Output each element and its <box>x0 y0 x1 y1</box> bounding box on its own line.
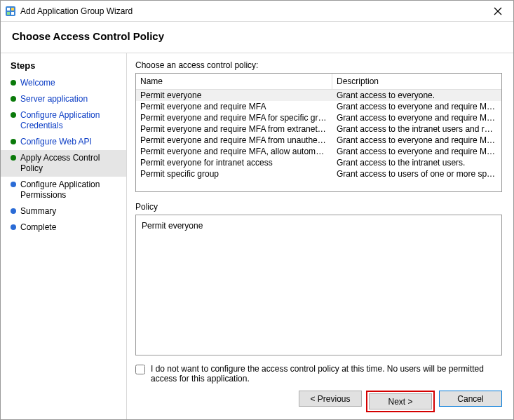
step-complete[interactable]: Complete <box>1 219 126 236</box>
svg-rect-1 <box>7 8 10 11</box>
policy-name: Permit everyone for intranet access <box>136 157 332 168</box>
app-icon <box>5 6 16 17</box>
policy-detail-text: Permit everyone <box>142 221 203 231</box>
next-button[interactable]: Next > <box>369 393 432 409</box>
policy-rows: Permit everyone Grant access to everyone… <box>136 90 501 191</box>
step-label: Configure Application Permissions <box>20 179 119 201</box>
step-dot-icon <box>11 80 16 86</box>
close-button[interactable] <box>482 1 513 21</box>
step-label: Complete <box>20 222 119 233</box>
svg-rect-3 <box>7 12 10 15</box>
step-welcome[interactable]: Welcome <box>1 75 126 91</box>
col-name-header[interactable]: Name <box>136 74 332 89</box>
step-dot-icon <box>11 139 16 144</box>
policy-name: Permit everyone and require MFA, allow a… <box>136 146 332 157</box>
policy-name: Permit everyone and require MFA for spec… <box>136 112 332 123</box>
step-label: Server application <box>20 94 119 104</box>
content: Steps Welcome Server application Configu… <box>1 53 513 419</box>
close-icon <box>494 7 502 15</box>
step-summary[interactable]: Summary <box>1 203 126 219</box>
policy-row[interactable]: Permit everyone and require MFA, allow a… <box>136 146 501 157</box>
cancel-button[interactable]: Cancel <box>439 391 502 407</box>
policy-desc: Grant access to the intranet users. <box>332 157 501 168</box>
step-label: Configure Web API <box>20 137 119 147</box>
policy-desc: Grant access to everyone and require MFA… <box>332 146 501 157</box>
policy-name: Permit specific group <box>136 168 332 179</box>
wizard-window: Add Application Group Wizard Choose Acce… <box>0 0 514 420</box>
policy-detail-label: Policy <box>135 202 502 212</box>
policy-desc: Grant access to everyone and require MFA… <box>332 101 501 112</box>
policy-desc: Grant access to everyone. <box>332 90 501 101</box>
step-dot-icon <box>11 155 16 161</box>
previous-button[interactable]: < Previous <box>299 391 362 407</box>
step-dot-icon <box>11 208 16 214</box>
policy-row[interactable]: Permit everyone and require MFA for spec… <box>136 112 501 123</box>
step-configure-web-api[interactable]: Configure Web API <box>1 134 126 150</box>
choose-policy-label: Choose an access control policy: <box>135 60 502 70</box>
policy-row[interactable]: Permit everyone and require MFA from una… <box>136 135 501 146</box>
step-dot-icon <box>11 112 16 118</box>
svg-rect-2 <box>11 8 14 11</box>
policy-row[interactable]: Permit everyone and require MFA Grant ac… <box>136 101 501 112</box>
policy-name: Permit everyone and require MFA from una… <box>136 135 332 146</box>
step-label: Welcome <box>20 78 119 88</box>
opt-out-row: I do not want to configure the access co… <box>135 364 502 384</box>
policy-desc: Grant access to everyone and require MFA… <box>332 112 501 123</box>
policy-name: Permit everyone <box>136 90 332 101</box>
window-title: Add Application Group Wizard <box>20 6 133 16</box>
policy-name: Permit everyone and require MFA from ext… <box>136 123 332 135</box>
policy-detail-box: Permit everyone <box>135 215 502 355</box>
step-label: Summary <box>20 206 119 217</box>
svg-rect-4 <box>11 12 14 15</box>
policy-desc: Grant access to everyone and require MFA… <box>332 135 501 146</box>
step-server-application[interactable]: Server application <box>1 91 126 107</box>
step-configure-credentials[interactable]: Configure Application Credentials <box>1 107 126 134</box>
next-button-highlight: Next > <box>366 391 435 412</box>
policy-desc: Grant access to the intranet users and r… <box>332 123 501 135</box>
step-dot-icon <box>11 182 16 187</box>
titlebar: Add Application Group Wizard <box>1 1 513 22</box>
steps-sidebar: Steps Welcome Server application Configu… <box>1 53 127 419</box>
policy-list[interactable]: Name Description Permit everyone Grant a… <box>135 73 502 192</box>
steps-heading: Steps <box>1 57 126 75</box>
policy-row[interactable]: Permit everyone Grant access to everyone… <box>136 90 501 101</box>
opt-out-checkbox[interactable] <box>135 365 145 374</box>
main-panel: Choose an access control policy: Name De… <box>127 53 513 419</box>
step-dot-icon <box>11 96 16 102</box>
step-label: Configure Application Credentials <box>20 110 119 131</box>
opt-out-label: I do not want to configure the access co… <box>151 364 502 384</box>
step-configure-permissions[interactable]: Configure Application Permissions <box>1 177 126 203</box>
page-title: Choose Access Control Policy <box>12 30 502 42</box>
step-dot-icon <box>11 224 16 230</box>
policy-name: Permit everyone and require MFA <box>136 101 332 112</box>
policy-row[interactable]: Permit everyone and require MFA from ext… <box>136 123 501 135</box>
step-apply-access-control[interactable]: Apply Access Control Policy <box>1 150 126 177</box>
page-header: Choose Access Control Policy <box>1 22 513 53</box>
wizard-buttons: < Previous Next > Cancel <box>135 391 502 412</box>
step-label: Apply Access Control Policy <box>20 153 119 174</box>
policy-row[interactable]: Permit specific group Grant access to us… <box>136 168 501 179</box>
policy-list-header: Name Description <box>136 74 501 90</box>
policy-row[interactable]: Permit everyone for intranet access Gran… <box>136 157 501 168</box>
col-desc-header[interactable]: Description <box>332 74 501 89</box>
policy-desc: Grant access to users of one or more spe… <box>332 168 501 179</box>
